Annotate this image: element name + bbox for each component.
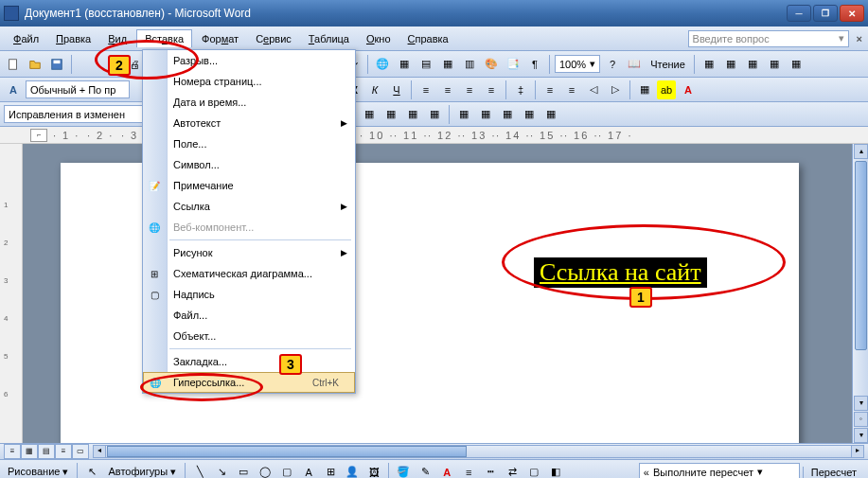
autoshapes-menu[interactable]: Автофигуры ▾ xyxy=(104,466,180,478)
recalc-button[interactable]: Пересчет xyxy=(803,467,864,478)
misc-button-4[interactable]: ▦ xyxy=(765,55,784,74)
menu-item-object[interactable]: Объект... xyxy=(143,326,355,346)
rev-btn-8[interactable]: ▦ xyxy=(520,105,539,124)
reading-view-button[interactable]: ▭ xyxy=(72,444,89,459)
rev-btn-5[interactable]: ▦ xyxy=(454,105,473,124)
menu-item-hyperlink[interactable]: 🌐Гиперссылка...Ctrl+K xyxy=(143,372,355,393)
insert-hyperlink-button[interactable]: 🌐 xyxy=(373,55,392,74)
italic-button[interactable]: К xyxy=(365,80,384,99)
line-spacing-button[interactable]: ‡ xyxy=(511,80,530,99)
rev-btn-2[interactable]: ▦ xyxy=(381,105,400,124)
next-page-icon[interactable]: ▾ xyxy=(854,428,868,443)
excel-button[interactable]: ▦ xyxy=(438,55,457,74)
ask-question-box[interactable]: Введите вопрос ▾ xyxy=(688,30,849,47)
columns-button[interactable]: ▥ xyxy=(460,55,479,74)
menu-table[interactable]: Таблица xyxy=(301,30,357,47)
menu-item-autotext[interactable]: Автотекст▶ xyxy=(143,113,355,133)
line-style-button[interactable]: ≡ xyxy=(459,463,478,479)
recalc-dropdown[interactable]: « Выполните пересчет ▾ xyxy=(639,463,800,478)
select-objects-button[interactable]: ↖ xyxy=(82,463,101,479)
insert-table-button[interactable]: ▤ xyxy=(416,55,435,74)
drawing-button[interactable]: 🎨 xyxy=(482,55,501,74)
align-center-button[interactable]: ≡ xyxy=(438,80,457,99)
close-button[interactable]: ✕ xyxy=(840,5,864,22)
line-color-button[interactable]: ✎ xyxy=(416,463,434,479)
shadow-button[interactable]: ▢ xyxy=(524,463,543,479)
increase-indent-button[interactable]: ▷ xyxy=(606,80,625,99)
selected-text-highlight[interactable]: Ссылка на сайт xyxy=(534,257,707,288)
show-hide-button[interactable]: ¶ xyxy=(525,55,544,74)
horizontal-scrollbar[interactable]: ◂ ▸ xyxy=(93,445,864,458)
scroll-thumb[interactable] xyxy=(855,161,867,350)
oval-tool-button[interactable]: ◯ xyxy=(256,463,275,479)
drawing-menu[interactable]: Рисование ▾ xyxy=(4,466,72,478)
scroll-right-arrow-icon[interactable]: ▸ xyxy=(851,446,863,457)
rectangle-tool-button[interactable]: ▭ xyxy=(234,463,253,479)
rev-btn-6[interactable]: ▦ xyxy=(476,105,495,124)
hscroll-thumb[interactable] xyxy=(107,446,467,457)
tables-borders-button[interactable]: ▦ xyxy=(395,55,414,74)
borders-button[interactable]: ▦ xyxy=(635,80,654,99)
menu-item-textbox[interactable]: ▢Надпись xyxy=(143,284,355,305)
diagram-button[interactable]: ⊞ xyxy=(321,463,340,479)
arrow-style-button[interactable]: ⇄ xyxy=(503,463,522,479)
menu-item-reference[interactable]: Ссылка▶ xyxy=(143,196,355,217)
scroll-left-arrow-icon[interactable]: ◂ xyxy=(94,446,106,457)
menu-item-diagram[interactable]: ⊞Схематическая диаграмма... xyxy=(143,263,355,284)
open-button[interactable] xyxy=(26,55,44,74)
style-dropdown[interactable]: Обычный + По пр xyxy=(26,80,130,98)
decrease-indent-button[interactable]: ◁ xyxy=(584,80,603,99)
doc-map-button[interactable]: 📑 xyxy=(504,55,523,74)
rev-btn-3[interactable]: ▦ xyxy=(403,105,422,124)
menu-edit[interactable]: Правка xyxy=(48,30,98,47)
underline-button[interactable]: Ч xyxy=(387,80,406,99)
font-color-button[interactable]: A xyxy=(679,80,698,99)
menu-insert[interactable]: Вставка xyxy=(136,29,192,47)
arrow-tool-button[interactable]: ↘ xyxy=(212,463,231,479)
horizontal-ruler[interactable]: ⌐ · 1 · · 2 · · 3 · · 4 · · 5 · · 6 · · … xyxy=(0,127,868,144)
menu-item-date-time[interactable]: Дата и время... xyxy=(143,92,355,113)
help-button[interactable]: ? xyxy=(603,55,622,74)
align-right-button[interactable]: ≡ xyxy=(460,80,479,99)
styles-pane-button[interactable]: A xyxy=(4,80,23,99)
prev-page-icon[interactable]: ◦ xyxy=(854,412,868,427)
menu-item-picture[interactable]: Рисунок▶ xyxy=(143,242,355,263)
fill-color-button[interactable]: 🪣 xyxy=(394,463,413,479)
outline-view-button[interactable]: ≡ xyxy=(55,444,72,459)
highlight-button[interactable]: ab xyxy=(657,80,676,99)
menu-item-break[interactable]: Разрыв... xyxy=(143,50,355,71)
read-mode-label[interactable]: Чтение xyxy=(647,59,689,70)
normal-view-button[interactable]: ≡ xyxy=(4,444,21,459)
web-view-button[interactable]: ▦ xyxy=(21,444,38,459)
menu-item-field[interactable]: Поле... xyxy=(143,133,355,154)
menu-format[interactable]: Формат xyxy=(194,30,246,47)
rev-btn-9[interactable]: ▦ xyxy=(541,105,560,124)
font-color-draw-button[interactable]: A xyxy=(437,463,456,479)
scroll-down-arrow-icon[interactable]: ▾ xyxy=(854,396,868,411)
misc-button-3[interactable]: ▦ xyxy=(743,55,762,74)
insert-picture-button[interactable]: 🖼 xyxy=(364,463,383,479)
rev-btn-1[interactable]: ▦ xyxy=(360,105,379,124)
tab-selector[interactable]: ⌐ xyxy=(30,129,47,142)
menu-item-page-numbers[interactable]: Номера страниц... xyxy=(143,71,355,92)
menu-item-bookmark[interactable]: Закладка... xyxy=(143,351,355,372)
vertical-ruler[interactable]: 1 2 3 4 5 6 xyxy=(0,144,23,443)
bullets-button[interactable]: ≡ xyxy=(562,80,581,99)
misc-button-5[interactable]: ▦ xyxy=(787,55,806,74)
close-help-icon[interactable]: × xyxy=(857,33,862,44)
justify-button[interactable]: ≡ xyxy=(482,80,501,99)
scroll-up-arrow-icon[interactable]: ▴ xyxy=(854,144,868,159)
3d-button[interactable]: ◧ xyxy=(546,463,565,479)
vertical-scrollbar[interactable]: ▴ ▾ ◦ ▾ xyxy=(852,144,868,443)
menu-item-symbol[interactable]: Символ... xyxy=(143,154,355,175)
align-left-button[interactable]: ≡ xyxy=(416,80,435,99)
menu-file[interactable]: Файл xyxy=(6,30,46,47)
textbox-tool-button[interactable]: ▢ xyxy=(277,463,296,479)
rev-btn-4[interactable]: ▦ xyxy=(425,105,444,124)
rev-btn-7[interactable]: ▦ xyxy=(498,105,517,124)
misc-button-1[interactable]: ▦ xyxy=(700,55,718,74)
print-view-button[interactable]: ▤ xyxy=(38,444,55,459)
save-button[interactable] xyxy=(47,55,66,74)
menu-item-comment[interactable]: 📝Примечание xyxy=(143,175,355,196)
wordart-button[interactable]: A xyxy=(299,463,318,479)
